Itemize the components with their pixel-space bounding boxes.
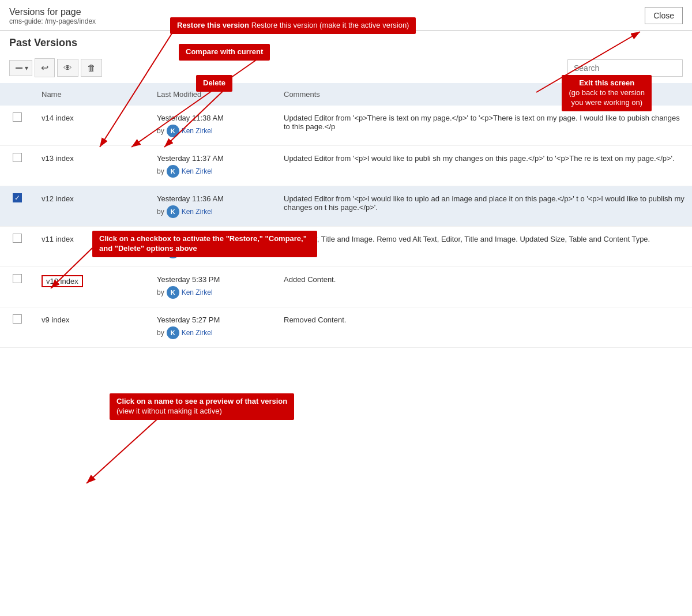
name-click-annotation: Click on a name to see a preview of that… (110, 393, 294, 420)
row-v13-author: Ken Zirkel (182, 167, 213, 175)
search-wrapper (567, 59, 683, 77)
row-v12-by-text: by (157, 208, 164, 216)
row-v9-date: Yesterday 5:27 PM (157, 315, 270, 324)
name-click-title: Click on a name to see a preview of that… (116, 397, 287, 407)
row-v11-name[interactable]: v11 index (42, 235, 74, 243)
table-row: v10 index Yesterday 5:33 PM by K Ken Zir… (0, 267, 692, 307)
row-v10-name[interactable]: v10 index (42, 275, 83, 287)
col-name: Name (35, 88, 150, 101)
versions-table: Name Last Modified Comments v14 index Ye… (0, 83, 692, 348)
search-input[interactable] (567, 59, 683, 77)
row-v12-checkbox-cell[interactable]: ✓ (0, 192, 35, 205)
row-v11-comments: ext, Editor, Title and Image. Remo ved A… (277, 232, 692, 246)
table-row: v14 index Yesterday 11:38 AM by K Ken Zi… (0, 106, 692, 146)
row-v12-checkbox[interactable]: ✓ (13, 193, 22, 202)
row-v10-checkbox-cell[interactable] (0, 273, 35, 286)
checkbox-annotation: Click on a checkbox to activate the "Res… (92, 231, 317, 257)
row-v14-checkbox-cell[interactable] (0, 111, 35, 124)
row-v13-modified: Yesterday 11:37 AM by K Ken Zirkel (150, 152, 277, 180)
compare-button[interactable]: 👁 (57, 59, 78, 77)
row-v10-checkbox[interactable] (13, 274, 22, 283)
eye-icon: 👁 (63, 63, 72, 73)
row-v13-comments: Updated Editor from '<p>I would like to … (277, 152, 692, 165)
row-v13-checkbox-cell[interactable] (0, 152, 35, 164)
row-v9-modified: Yesterday 5:27 PM by K Ken Zirkel (150, 313, 277, 341)
row-v10-name-cell: v10 index (35, 273, 150, 290)
row-v14-checkbox[interactable] (13, 112, 22, 122)
header-left: Versions for page cms-guide: /my-pages/i… (9, 7, 96, 25)
svg-line-6 (86, 415, 161, 483)
row-v14-date: Yesterday 11:38 AM (157, 114, 270, 122)
row-v12-comments: Updated Editor from '<p>I would like to … (277, 192, 692, 214)
row-v13-name-cell: v13 index (35, 152, 150, 165)
compare-annotation: Compare with current (179, 44, 270, 61)
delete-annotation-text: Delete (203, 78, 225, 87)
restore-annotation-text: Restore this version (make it the active… (251, 21, 409, 29)
select-dropdown-button[interactable]: ▾ (9, 60, 32, 76)
table-row: v13 index Yesterday 11:37 AM by K Ken Zi… (0, 146, 692, 186)
delete-annotation: Delete (196, 75, 232, 92)
exit-body: (go back to the versionyou were working … (569, 88, 645, 108)
row-v12-name-cell: v12 index (35, 192, 150, 205)
row-v13-date: Yesterday 11:37 AM (157, 154, 270, 163)
row-v10-avatar: K (167, 286, 179, 299)
row-v11-checkbox[interactable] (13, 234, 22, 243)
row-v12-avatar: K (167, 205, 179, 218)
row-v14-comments: Updated Editor from '<p>There is text on… (277, 111, 692, 133)
row-v9-comments: Removed Content. (277, 313, 692, 326)
row-v12-author: Ken Zirkel (182, 208, 213, 216)
row-v13-by-text: by (157, 167, 164, 175)
col-checkbox (0, 88, 35, 101)
page-subtitle: cms-guide: /my-pages/index (9, 17, 96, 25)
trash-icon: 🗑 (87, 63, 96, 73)
restore-annotation-bold: Restore this version (177, 21, 249, 29)
row-v10-by-text: by (157, 288, 164, 296)
close-button[interactable]: Close (645, 7, 683, 24)
row-v9-name-cell: v9 index (35, 313, 150, 326)
row-v14-name[interactable]: v14 index (42, 114, 74, 122)
row-v12-date: Yesterday 11:36 AM (157, 194, 270, 203)
row-v13-checkbox[interactable] (13, 153, 22, 162)
row-v9-author: Ken Zirkel (182, 329, 213, 337)
section-heading: Past Versions (0, 31, 692, 52)
dropdown-arrow-icon: ▾ (25, 64, 28, 72)
row-v10-modified: Yesterday 5:33 PM by K Ken Zirkel (150, 273, 277, 301)
row-v13-avatar: K (167, 165, 179, 178)
name-click-body: (view it without making it active) (116, 407, 287, 416)
checkbox-annotation-text: Click on a checkbox to activate the "Res… (99, 234, 307, 253)
row-v13-byline: by K Ken Zirkel (157, 165, 270, 178)
row-v14-author: Ken Zirkel (182, 127, 213, 135)
restore-icon: ↩ (41, 62, 48, 73)
row-v9-by-text: by (157, 329, 164, 337)
row-v9-checkbox-cell[interactable] (0, 313, 35, 326)
row-v10-author: Ken Zirkel (182, 288, 213, 296)
minus-icon (16, 67, 22, 69)
row-v12-modified: Yesterday 11:36 AM by K Ken Zirkel (150, 192, 277, 220)
row-v9-byline: by K Ken Zirkel (157, 326, 270, 339)
row-v14-byline: by K Ken Zirkel (157, 125, 270, 137)
page-title: Versions for page (9, 7, 96, 17)
row-v10-date: Yesterday 5:33 PM (157, 275, 270, 284)
row-v10-byline: by K Ken Zirkel (157, 286, 270, 299)
row-v14-name-cell: v14 index (35, 111, 150, 125)
row-v10-comments: Added Content. (277, 273, 692, 286)
restore-annotation: Restore this version Restore this versio… (170, 17, 416, 34)
row-v9-name[interactable]: v9 index (42, 315, 69, 324)
row-v14-avatar: K (167, 125, 179, 137)
row-v12-byline: by K Ken Zirkel (157, 205, 270, 218)
row-v14-modified: Yesterday 11:38 AM by K Ken Zirkel (150, 111, 277, 140)
row-v12-name[interactable]: v12 index (42, 194, 74, 203)
row-v13-name[interactable]: v13 index (42, 154, 74, 163)
row-v14-by-text: by (157, 127, 164, 135)
page-wrapper: Versions for page cms-guide: /my-pages/i… (0, 0, 692, 616)
exit-annotation: Exit this screen (go back to the version… (562, 75, 652, 111)
restore-button[interactable]: ↩ (35, 58, 55, 77)
row-v9-checkbox[interactable] (13, 314, 22, 324)
row-v9-avatar: K (167, 326, 179, 339)
table-row: v9 index Yesterday 5:27 PM by K Ken Zirk… (0, 307, 692, 348)
table-row: ✓ v12 index Yesterday 11:36 AM by K Ken … (0, 186, 692, 227)
exit-title: Exit this screen (569, 78, 645, 88)
delete-button[interactable]: 🗑 (81, 59, 102, 77)
row-v11-checkbox-cell[interactable] (0, 232, 35, 245)
